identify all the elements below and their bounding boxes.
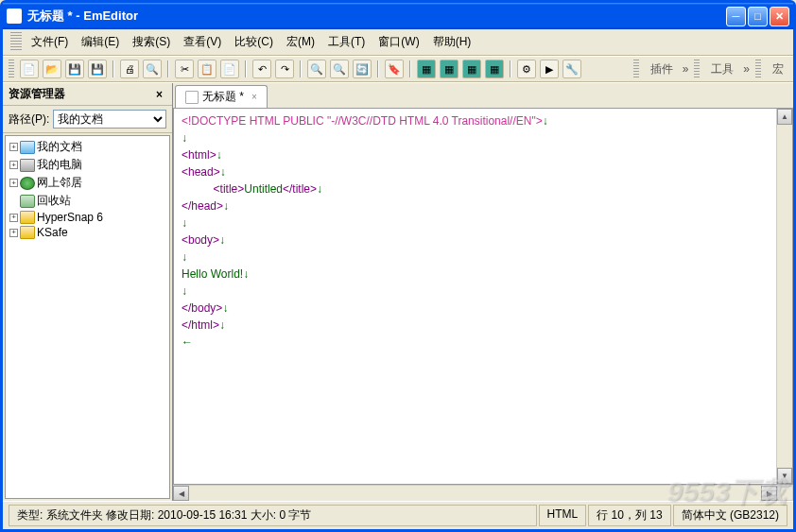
separator bbox=[245, 60, 247, 77]
status-position: 行 10，列 13 bbox=[588, 505, 670, 526]
save-button[interactable]: 💾 bbox=[65, 60, 84, 78]
network-icon bbox=[20, 177, 35, 190]
findnext-button[interactable]: 🔍 bbox=[330, 60, 349, 78]
close-button[interactable]: ✕ bbox=[770, 7, 789, 26]
sidebar-close-button[interactable]: × bbox=[152, 88, 166, 101]
status-filetype: HTML bbox=[539, 505, 587, 526]
separator bbox=[409, 60, 411, 77]
folder-tree[interactable]: +我的文档 +我的电脑 +网上邻居 回收站 +HyperSnap 6 +KSaf… bbox=[5, 135, 170, 499]
grip-icon bbox=[755, 60, 761, 78]
statusbar: 类型: 系统文件夹 修改日期: 2010-09-15 16:31 大小: 0 字… bbox=[3, 501, 793, 529]
config-button[interactable]: ⚙ bbox=[517, 60, 536, 78]
scroll-right-button[interactable]: ▶ bbox=[761, 486, 777, 501]
separator bbox=[377, 60, 379, 77]
copy-button[interactable]: 📋 bbox=[198, 60, 216, 78]
window-title: 无标题 * - EmEditor bbox=[26, 8, 724, 25]
menu-tools[interactable]: 工具(T) bbox=[322, 32, 371, 52]
main-area: 无标题 * × <!DOCTYPE HTML PUBLIC "-//W3C//D… bbox=[173, 83, 793, 501]
app-icon bbox=[7, 9, 22, 24]
grip-icon bbox=[633, 60, 639, 78]
saveall-button[interactable]: 💾 bbox=[88, 60, 107, 78]
redo-button[interactable]: ↷ bbox=[275, 60, 294, 78]
macro-button[interactable]: ▶ bbox=[540, 60, 559, 78]
panel1-button[interactable]: ▦ bbox=[417, 60, 436, 78]
tree-item: +我的电脑 bbox=[8, 156, 167, 174]
code-editor[interactable]: <!DOCTYPE HTML PUBLIC "-//W3C//DTD HTML … bbox=[174, 109, 776, 484]
computer-icon bbox=[20, 159, 35, 172]
scroll-track[interactable] bbox=[189, 486, 761, 501]
bookmark-button[interactable]: 🔖 bbox=[385, 60, 404, 78]
editor-wrap: <!DOCTYPE HTML PUBLIC "-//W3C//DTD HTML … bbox=[173, 108, 793, 485]
recycle-icon bbox=[20, 195, 35, 208]
menu-window[interactable]: 窗口(W) bbox=[372, 32, 424, 52]
expand-icon[interactable]: + bbox=[9, 179, 18, 187]
document-icon bbox=[185, 91, 199, 104]
scroll-left-button[interactable]: ◀ bbox=[173, 486, 189, 501]
panel2-button[interactable]: ▦ bbox=[440, 60, 459, 78]
panel4-button[interactable]: ▦ bbox=[485, 60, 504, 78]
grip-icon bbox=[10, 32, 22, 51]
horizontal-scrollbar[interactable]: ◀ ▶ bbox=[173, 485, 793, 501]
paste-button[interactable]: 📄 bbox=[220, 60, 239, 78]
grip-icon bbox=[694, 60, 700, 78]
expand-icon[interactable]: + bbox=[9, 214, 18, 222]
separator bbox=[300, 60, 302, 77]
preview-button[interactable]: 🔍 bbox=[143, 60, 162, 78]
expand-icon[interactable]: + bbox=[9, 161, 18, 169]
menu-file[interactable]: 文件(F) bbox=[26, 32, 74, 52]
sidebar: 资源管理器 × 路径(P): 我的文档 +我的文档 +我的电脑 +网上邻居 回收… bbox=[3, 83, 173, 501]
menubar: 文件(F) 编辑(E) 搜索(S) 查看(V) 比较(C) 宏(M) 工具(T)… bbox=[3, 29, 793, 56]
tree-item: 回收站 bbox=[8, 192, 167, 210]
cut-button[interactable]: ✂ bbox=[175, 60, 194, 78]
folder-icon bbox=[20, 226, 35, 239]
tree-item: +我的文档 bbox=[8, 138, 167, 156]
folder-icon bbox=[20, 211, 35, 224]
separator bbox=[167, 60, 169, 77]
print-button[interactable]: 🖨 bbox=[120, 60, 139, 78]
macro-label[interactable]: 宏 bbox=[767, 61, 789, 77]
scroll-track[interactable] bbox=[777, 125, 792, 468]
sidebar-header: 资源管理器 × bbox=[3, 83, 172, 106]
scroll-down-button[interactable]: ▼ bbox=[777, 468, 792, 484]
scroll-corner bbox=[777, 486, 793, 501]
tools-label[interactable]: 工具 bbox=[705, 61, 739, 77]
menu-search[interactable]: 搜索(S) bbox=[127, 32, 176, 52]
replace-button[interactable]: 🔄 bbox=[353, 60, 372, 78]
toolbar: 📄 📂 💾 💾 🖨 🔍 ✂ 📋 📄 ↶ ↷ 🔍 🔍 🔄 🔖 ▦ ▦ ▦ ▦ ⚙ … bbox=[3, 56, 793, 82]
plugins-label[interactable]: 插件 bbox=[645, 61, 679, 77]
maximize-button[interactable]: □ bbox=[748, 7, 768, 26]
sidebar-title: 资源管理器 bbox=[9, 86, 65, 102]
tools-button[interactable]: 🔧 bbox=[562, 60, 581, 78]
menu-macro[interactable]: 宏(M) bbox=[281, 32, 320, 52]
tab-untitled[interactable]: 无标题 * × bbox=[175, 85, 268, 108]
menu-view[interactable]: 查看(V) bbox=[178, 32, 227, 52]
find-button[interactable]: 🔍 bbox=[307, 60, 326, 78]
tree-item: +HyperSnap 6 bbox=[8, 210, 167, 225]
grip-icon bbox=[9, 60, 14, 78]
separator bbox=[510, 60, 511, 77]
scroll-up-button[interactable]: ▲ bbox=[777, 109, 792, 125]
content-area: 资源管理器 × 路径(P): 我的文档 +我的文档 +我的电脑 +网上邻居 回收… bbox=[3, 82, 793, 501]
new-button[interactable]: 📄 bbox=[20, 60, 39, 78]
tab-label: 无标题 * bbox=[202, 89, 244, 105]
documents-icon bbox=[20, 141, 35, 154]
open-button[interactable]: 📂 bbox=[43, 60, 61, 78]
separator bbox=[112, 60, 114, 77]
path-label: 路径(P): bbox=[9, 112, 49, 128]
menu-edit[interactable]: 编辑(E) bbox=[76, 32, 125, 52]
tab-close-button[interactable]: × bbox=[251, 92, 257, 102]
menu-help[interactable]: 帮助(H) bbox=[427, 32, 477, 52]
status-left: 类型: 系统文件夹 修改日期: 2010-09-15 16:31 大小: 0 字… bbox=[9, 505, 537, 526]
minimize-button[interactable]: ─ bbox=[726, 7, 746, 26]
app-window: 无标题 * - EmEditor ─ □ ✕ 文件(F) 编辑(E) 搜索(S)… bbox=[0, 0, 796, 532]
tab-bar: 无标题 * × bbox=[173, 83, 793, 108]
path-select[interactable]: 我的文档 bbox=[53, 110, 166, 129]
panel3-button[interactable]: ▦ bbox=[462, 60, 481, 78]
expand-icon[interactable]: + bbox=[9, 229, 18, 237]
menu-compare[interactable]: 比较(C) bbox=[229, 32, 279, 52]
undo-button[interactable]: ↶ bbox=[252, 60, 271, 78]
status-encoding: 简体中文 (GB2312) bbox=[673, 505, 787, 526]
titlebar[interactable]: 无标题 * - EmEditor ─ □ ✕ bbox=[3, 3, 793, 29]
vertical-scrollbar[interactable]: ▲ ▼ bbox=[776, 109, 792, 484]
expand-icon[interactable]: + bbox=[9, 143, 18, 151]
